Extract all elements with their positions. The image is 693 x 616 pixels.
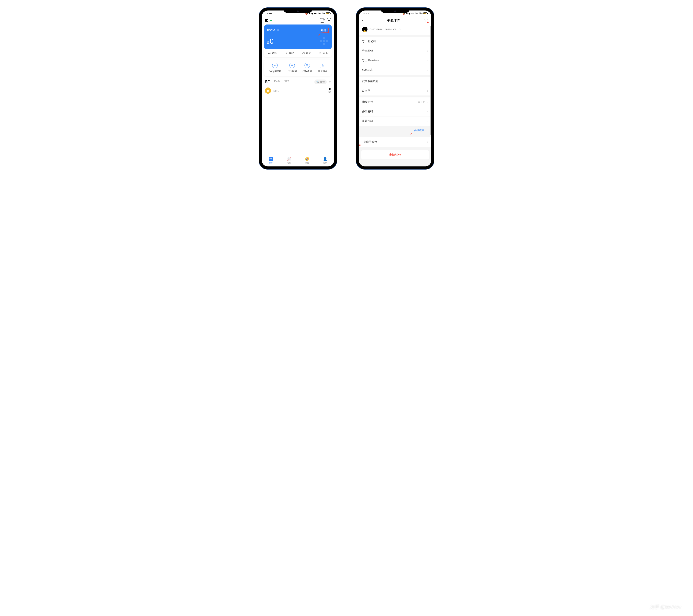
nav-assets-label: 资产 [269, 162, 273, 164]
wallet-address: 0x0039b2A...46614dC6 [370, 28, 396, 31]
status-bar: 19:30 🔕 ✱ ◉ HD ⁴ᴳıll ⁴ᴳıll 85 [262, 11, 334, 16]
tab-assets[interactable]: 资产 [265, 80, 270, 84]
market-nav-icon: 📈 [287, 157, 291, 161]
scan-icon[interactable] [327, 18, 331, 22]
wallet-name-row: BSC-3 👁 [267, 29, 279, 32]
nav-assets[interactable]: TP资产 [262, 157, 280, 164]
chevron-right-icon: › [427, 40, 428, 43]
swap-button[interactable]: ⟲闪兑 [315, 51, 332, 55]
chevron-right-icon: › [427, 89, 428, 92]
address-row: 0x0039b2A...46614dC6 ⧉ [359, 25, 431, 35]
search-icon: 🔍 [316, 81, 319, 83]
search-input[interactable]: 🔍搜索 [314, 80, 327, 84]
asset-symbol: BNB [273, 89, 279, 92]
main-content: BSC-3 👁 详情 › ↗ $ 0 ⇄转账 ⤓收款 🏷购买 ⟲闪兑 ✦DApp… [262, 24, 334, 155]
tab-nft[interactable]: NFT [284, 80, 289, 84]
reset-password-button[interactable]: 重置密码› [359, 117, 431, 126]
change-password-button[interactable]: 修改密码› [359, 107, 431, 117]
transfer-label: 转账 [272, 51, 277, 55]
whitelist-label: 白名单 [362, 89, 370, 93]
signal-icon: ⁴ᴳıll [318, 12, 321, 15]
export-keystore-button[interactable]: 导出 Keystore› [359, 56, 431, 65]
wallet-group: 我的多签钱包› 白名单› [359, 77, 431, 96]
nav-mine[interactable]: 👤我的 [316, 157, 334, 164]
header [262, 16, 334, 24]
copy-icon[interactable]: ⧉ [399, 28, 400, 31]
skin-button[interactable] [424, 18, 428, 23]
asset-row-bnb[interactable]: BNB 0 $0 [264, 84, 332, 97]
create-sub-label: 创建子钱包 [363, 140, 377, 143]
auth-check-button[interactable]: ⛨授权检测 [302, 63, 312, 73]
mute-icon: 🔕 [305, 12, 308, 15]
status-time: 19:30 [265, 12, 272, 15]
chevron-right-icon: › [427, 120, 428, 123]
balance-value: 0 [270, 37, 274, 45]
wallet-manage-icon[interactable] [320, 18, 324, 23]
mute-icon: 🔕 [402, 12, 405, 15]
fingerprint-value: 未开启 [418, 100, 425, 104]
chevron-right-icon: › [326, 29, 327, 32]
security-group: 指纹支付未开启› 修改密码› 重置密码› [359, 97, 431, 126]
wallet-sync-button[interactable]: 钱包同步› [359, 65, 431, 75]
visibility-icon[interactable]: 👁 [277, 29, 279, 32]
notification-dot-icon [427, 22, 429, 23]
export-privkey-button[interactable]: 导出私钥› [359, 46, 431, 56]
whitelist-button[interactable]: 白名单› [359, 86, 431, 96]
asset-usd: $0 [329, 91, 331, 94]
bluetooth-icon: ✱ [406, 12, 408, 15]
chevron-right-icon: › [427, 80, 428, 83]
nav-discover[interactable]: 🧭发现 [298, 157, 316, 164]
multisig-button[interactable]: 我的多签钱包› [359, 77, 431, 86]
keystore-label: 导出 Keystore [362, 59, 379, 62]
wifi-icon: ◉ [311, 12, 313, 15]
bottom-nav: TP资产 📈市场 🧭发现 👤我的 [262, 155, 334, 166]
export-group: 导出助记词› 导出私钥› 导出 Keystore› 钱包同步› [359, 37, 431, 75]
tab-defi[interactable]: DeFi [274, 80, 280, 84]
annotation-arrow-icon: ↗ [359, 143, 361, 147]
menu-icon[interactable] [265, 19, 268, 22]
resetpwd-label: 重置密码 [362, 119, 373, 123]
card-header: BSC-3 👁 详情 › ↗ [267, 28, 329, 33]
nav-discover-label: 发现 [305, 162, 309, 164]
wallet-nav-icon: TP [269, 157, 273, 161]
tools-grid: ✦DApp浏览器 ⊕代币检测 ⛨授权检测 ⎘批量转账 [264, 60, 332, 76]
menu-area [265, 19, 272, 22]
receive-button[interactable]: ⤓收款 [281, 51, 298, 55]
details-button[interactable]: 详情 › ↗ [320, 28, 329, 33]
detail-content: 0x0039b2A...46614dC6 ⧉ 导出助记词› 导出私钥› 导出 K… [359, 25, 431, 166]
compass-icon: ✦ [272, 63, 278, 68]
advanced-mode-button[interactable]: 高级模式 ⌄ ↗ [413, 128, 428, 133]
export-mnemonic-button[interactable]: 导出助记词› [359, 37, 431, 46]
chevron-right-icon: › [427, 68, 428, 72]
hd-icon: HD [314, 13, 317, 14]
dapp-browser-button[interactable]: ✦DApp浏览器 [269, 63, 281, 73]
currency-symbol: $ [267, 41, 269, 44]
token-check-button[interactable]: ⊕代币检测 [288, 63, 297, 73]
back-button[interactable]: ‹ [362, 18, 363, 23]
buy-button[interactable]: 🏷购买 [298, 51, 315, 55]
status-icons-2: 🔕 ✱ ◉ HD ⁴ᴳıll ⁴ᴳıll 85 [402, 12, 428, 15]
signal-icon-2: ⁴ᴳıll [322, 12, 325, 15]
details-label: 详情 [321, 28, 326, 32]
buy-label: 购买 [306, 51, 311, 55]
discover-nav-icon: 🧭 [305, 157, 309, 161]
transfer-button[interactable]: ⇄转账 [264, 51, 281, 55]
wallet-name: BSC-3 [267, 29, 275, 32]
advanced-label: 高级模式 [414, 128, 424, 132]
tabs-row: 资产 DeFi NFT 🔍搜索 + [264, 80, 332, 84]
create-sub-wallet-button[interactable]: 创建子钱包 ↗ › [359, 137, 431, 147]
sub-wallet-group: 创建子钱包 ↗ › [359, 137, 431, 147]
status-icons: 🔕 ✱ ◉ HD ⁴ᴳıll ⁴ᴳıll 85 [305, 12, 331, 15]
scrollbar[interactable] [430, 26, 431, 135]
search-placeholder: 搜索 [320, 80, 325, 84]
fingerprint-button[interactable]: 指纹支付未开启› [359, 97, 431, 107]
phone-right: 19:31 🔕 ✱ ◉ HD ⁴ᴳıll ⁴ᴳıll 85 ‹ 钱包详情 0x0… [356, 8, 434, 169]
battery-icon: 85 [326, 13, 331, 14]
asset-tabs: 资产 DeFi NFT [265, 80, 289, 84]
delete-wallet-button[interactable]: 删除钱包 [361, 150, 429, 159]
status-bar-2: 19:31 🔕 ✱ ◉ HD ⁴ᴳıll ⁴ᴳıll 85 [359, 11, 431, 16]
add-token-button[interactable]: + [329, 80, 331, 84]
binance-bg-icon [318, 36, 330, 47]
batch-transfer-button[interactable]: ⎘批量转账 [318, 63, 327, 73]
nav-market[interactable]: 📈市场 [280, 157, 298, 164]
